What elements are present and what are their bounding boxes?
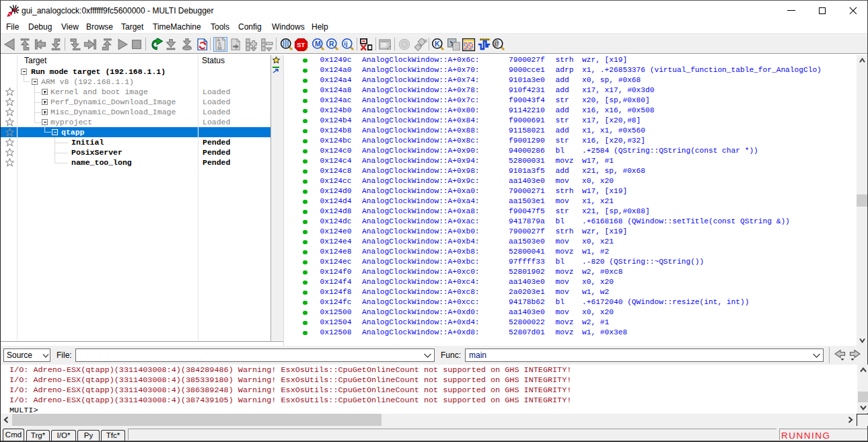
svg-text:M: M — [217, 44, 221, 50]
svg-text:@: @ — [495, 40, 499, 48]
svg-text:K: K — [435, 40, 440, 47]
svg-text:ij: ij — [344, 40, 347, 47]
svg-text:R: R — [329, 40, 334, 47]
svg-text:ST: ST — [297, 41, 305, 48]
svg-text:M: M — [315, 40, 321, 47]
